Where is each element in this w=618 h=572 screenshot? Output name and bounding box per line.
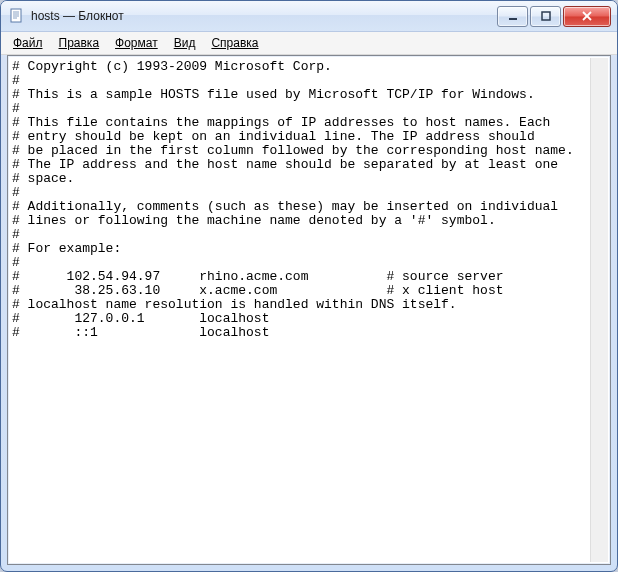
- notepad-icon: [9, 8, 25, 24]
- window-controls: [497, 6, 611, 27]
- window-title: hosts — Блокнот: [31, 9, 497, 23]
- close-button[interactable]: [563, 6, 611, 27]
- editor-frame: # Copyright (c) 1993-2009 Microsoft Corp…: [7, 55, 611, 565]
- menu-file[interactable]: Файл: [5, 34, 51, 52]
- minimize-button[interactable]: [497, 6, 528, 27]
- notepad-window: hosts — Блокнот Файл Правка Формат Вид С…: [0, 0, 618, 572]
- menu-format[interactable]: Формат: [107, 34, 166, 52]
- menu-view[interactable]: Вид: [166, 34, 204, 52]
- menu-edit[interactable]: Правка: [51, 34, 108, 52]
- svg-rect-6: [542, 12, 550, 20]
- vertical-scrollbar[interactable]: [590, 58, 608, 562]
- titlebar[interactable]: hosts — Блокнот: [1, 1, 617, 32]
- text-editor[interactable]: # Copyright (c) 1993-2009 Microsoft Corp…: [10, 58, 608, 562]
- menubar: Файл Правка Формат Вид Справка: [1, 32, 617, 55]
- menu-help[interactable]: Справка: [203, 34, 266, 52]
- maximize-button[interactable]: [530, 6, 561, 27]
- svg-rect-5: [509, 18, 517, 20]
